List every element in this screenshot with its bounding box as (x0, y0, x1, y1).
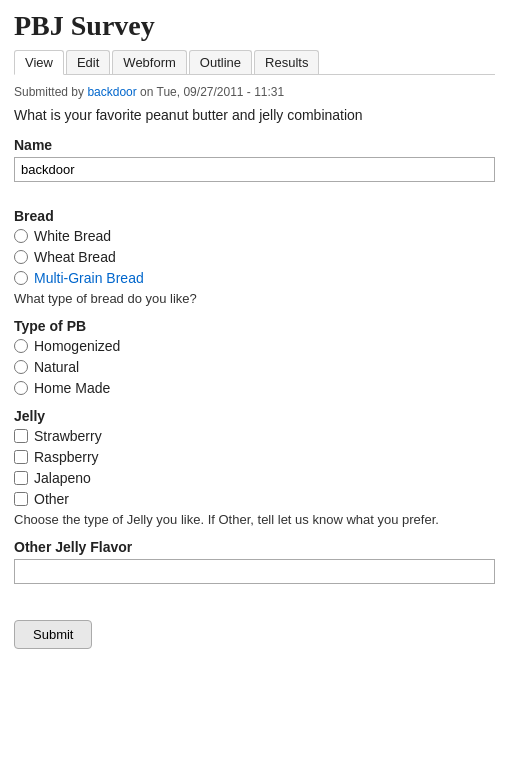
jelly-option-other-label: Other (34, 491, 69, 507)
jelly-option-jalapeno-label: Jalapeno (34, 470, 91, 486)
pb-radio-natural[interactable] (14, 360, 28, 374)
bread-radio-wheat[interactable] (14, 250, 28, 264)
submitted-suffix: on Tue, 09/27/2011 - 11:31 (137, 85, 284, 99)
jelly-checkbox-jalapeno[interactable] (14, 471, 28, 485)
other-jelly-input[interactable] (14, 559, 495, 584)
jelly-option-other: Other (14, 491, 495, 507)
pb-radio-homogenized[interactable] (14, 339, 28, 353)
tab-outline[interactable]: Outline (189, 50, 252, 74)
page-title: PBJ Survey (14, 10, 495, 42)
jelly-option-raspberry-label: Raspberry (34, 449, 99, 465)
pb-option-homemade-label: Home Made (34, 380, 110, 396)
pb-section: Type of PB Homogenized Natural Home Made (14, 318, 495, 396)
jelly-label: Jelly (14, 408, 495, 424)
bread-hint: What type of bread do you like? (14, 291, 495, 306)
survey-question: What is your favorite peanut butter and … (14, 107, 495, 123)
submit-button[interactable]: Submit (14, 620, 92, 649)
jelly-option-jalapeno: Jalapeno (14, 470, 495, 486)
jelly-checkbox-other[interactable] (14, 492, 28, 506)
jelly-checkbox-strawberry[interactable] (14, 429, 28, 443)
pb-option-homogenized-label: Homogenized (34, 338, 120, 354)
submitted-info: Submitted by backdoor on Tue, 09/27/2011… (14, 85, 495, 99)
jelly-option-strawberry: Strawberry (14, 428, 495, 444)
bread-option-wheat-label: Wheat Bread (34, 249, 116, 265)
bread-option-multigrain: Multi-Grain Bread (14, 270, 495, 286)
bread-radio-white[interactable] (14, 229, 28, 243)
bread-option-white-label: White Bread (34, 228, 111, 244)
submitted-prefix: Submitted by (14, 85, 87, 99)
jelly-option-raspberry: Raspberry (14, 449, 495, 465)
bread-option-wheat: Wheat Bread (14, 249, 495, 265)
bread-label: Bread (14, 208, 495, 224)
submitted-user[interactable]: backdoor (87, 85, 136, 99)
jelly-hint: Choose the type of Jelly you like. If Ot… (14, 512, 495, 527)
jelly-checkbox-raspberry[interactable] (14, 450, 28, 464)
pb-label: Type of PB (14, 318, 495, 334)
bread-radio-multigrain[interactable] (14, 271, 28, 285)
name-input[interactable] (14, 157, 495, 182)
bread-option-multigrain-label[interactable]: Multi-Grain Bread (34, 270, 144, 286)
pb-option-homogenized: Homogenized (14, 338, 495, 354)
tab-view[interactable]: View (14, 50, 64, 75)
name-section: Name (14, 137, 495, 196)
bread-section: Bread White Bread Wheat Bread Multi-Grai… (14, 208, 495, 306)
other-jelly-label: Other Jelly Flavor (14, 539, 495, 555)
tab-webform[interactable]: Webform (112, 50, 187, 74)
jelly-option-strawberry-label: Strawberry (34, 428, 102, 444)
pb-option-natural-label: Natural (34, 359, 79, 375)
name-label: Name (14, 137, 495, 153)
other-jelly-section: Other Jelly Flavor (14, 539, 495, 598)
jelly-section: Jelly Strawberry Raspberry Jalapeno Othe… (14, 408, 495, 527)
tab-results[interactable]: Results (254, 50, 319, 74)
tab-edit[interactable]: Edit (66, 50, 110, 74)
pb-option-natural: Natural (14, 359, 495, 375)
tab-bar: View Edit Webform Outline Results (14, 50, 495, 75)
pb-radio-homemade[interactable] (14, 381, 28, 395)
bread-option-white: White Bread (14, 228, 495, 244)
pb-option-homemade: Home Made (14, 380, 495, 396)
